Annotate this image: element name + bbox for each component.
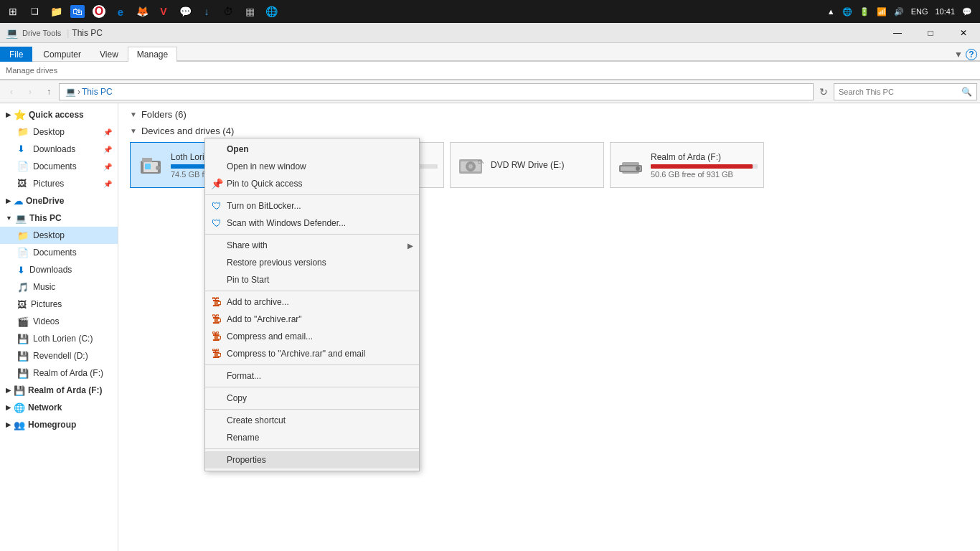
pictures-pc-icon: 🖼	[17, 299, 27, 310]
tab-manage[interactable]: Manage	[128, 47, 177, 62]
taskbar-network[interactable]: 📶	[875, 7, 889, 17]
ribbon-expand-icon[interactable]: ▼	[954, 50, 963, 60]
sidebar-item-music-pc[interactable]: 🎵 Music	[0, 278, 118, 296]
vivaldi-taskbar[interactable]: V	[154, 1, 174, 22]
path-this-pc[interactable]: This PC	[82, 87, 113, 97]
onedrive-icon: ☁	[14, 196, 23, 207]
ctx-pin-to-start[interactable]: Pin to Start	[205, 271, 419, 288]
tb-icon8[interactable]: ▦	[240, 1, 260, 22]
taskbar-notification[interactable]: 💬	[960, 7, 974, 17]
sidebar-item-documents-quick[interactable]: 📄 Documents 📌	[0, 158, 118, 175]
task-view-button[interactable]: ❑	[24, 1, 44, 22]
sidebar-item-documents-pc[interactable]: 📄 Documents	[0, 244, 118, 261]
sidebar-item-network[interactable]: ▶ 🌐 Network	[0, 399, 118, 416]
chevron-drives: ▼	[130, 127, 137, 135]
ctx-open-new-window-label: Open in new window	[227, 161, 306, 171]
window-icon: 💻	[6, 27, 18, 39]
ctx-format[interactable]: Format...	[205, 367, 419, 385]
ctx-add-archive-rar[interactable]: 🗜 Add to "Archive.rar"	[205, 311, 419, 328]
forward-button[interactable]: ›	[22, 83, 39, 100]
ctx-compress-archive-email[interactable]: 🗜 Compress to "Archive.rar" and email	[205, 345, 419, 362]
realm-arda-sub-icon: 💾	[17, 368, 29, 379]
svg-rect-1	[142, 158, 152, 162]
ctx-copy[interactable]: Copy	[205, 390, 419, 407]
up-button[interactable]: ↑	[40, 83, 57, 100]
taskbar-globe[interactable]: 🌐	[840, 7, 854, 17]
drive-dvd-rw[interactable]: DVD DVD RW Drive (E:)	[450, 142, 604, 188]
store-taskbar[interactable]: 🛍	[67, 1, 88, 22]
opera-taskbar[interactable]: O	[89, 1, 109, 22]
tab-view[interactable]: View	[90, 47, 128, 62]
ctx-open-new-window[interactable]: Open in new window	[205, 158, 419, 175]
ctx-pin-quick-access[interactable]: 📌 Pin to Quick access	[205, 175, 419, 192]
ctx-rename[interactable]: Rename	[205, 429, 419, 446]
close-button[interactable]: ✕	[947, 22, 980, 44]
ctx-bitlocker[interactable]: 🛡 Turn on BitLocker...	[205, 197, 419, 215]
ctx-windows-defender[interactable]: 🛡 Scan with Windows Defender...	[205, 215, 419, 232]
tb-icon9[interactable]: 🌐	[261, 1, 281, 22]
sidebar-item-loth-lorien[interactable]: 💾 Loth Lorien (C:)	[0, 330, 118, 347]
sidebar-item-desktop-pc[interactable]: 📁 Desktop	[0, 227, 118, 244]
sidebar-item-desktop[interactable]: 📁 Desktop 📌	[0, 123, 118, 141]
taskbar-time[interactable]: 10:41	[933, 7, 957, 16]
realm-arda-free: 50.6 GB free of 931 GB	[651, 170, 758, 179]
ctx-restore-previous[interactable]: Restore previous versions	[205, 254, 419, 271]
maximize-button[interactable]: □	[914, 22, 947, 44]
ctx-separator-2	[205, 234, 419, 235]
firefox-taskbar[interactable]: 🦊	[132, 1, 152, 22]
tab-computer[interactable]: Computer	[34, 47, 90, 62]
taskbar-arrow[interactable]: ▲	[825, 7, 837, 16]
ctx-add-archive[interactable]: 🗜 Add to archive...	[205, 293, 419, 311]
pin-icon-desktop: 📌	[103, 128, 112, 136]
drive-realm-arda[interactable]: Realm of Arda (F:) 50.6 GB free of 931 G…	[610, 142, 764, 188]
whatsapp-taskbar[interactable]: 💬	[175, 1, 195, 22]
sidebar-item-downloads-pc[interactable]: ⬇ Downloads	[0, 261, 118, 278]
ribbon-wrapper: File Computer View Manage ▼ ? Manage dri…	[0, 43, 980, 80]
search-input[interactable]	[839, 88, 958, 96]
taskbar-sound[interactable]: 🔊	[892, 7, 906, 17]
ctx-properties[interactable]: Properties	[205, 451, 419, 468]
tab-file[interactable]: File	[0, 47, 32, 62]
drives-section-header[interactable]: ▼ Devices and drives (4)	[130, 126, 969, 136]
taskbar-lang[interactable]: ENG	[909, 7, 930, 16]
ctx-compress-email[interactable]: 🗜 Compress and email...	[205, 328, 419, 345]
sidebar-item-homegroup[interactable]: ▶ 👥 Homegroup	[0, 416, 118, 433]
timing-taskbar[interactable]: ⏱	[218, 1, 238, 22]
sidebar-item-videos-pc[interactable]: 🎬 Videos	[0, 313, 118, 330]
ctx-separator-3	[205, 291, 419, 291]
ctx-open[interactable]: Open	[205, 141, 419, 158]
dvd-rw-drive-name: DVD RW Drive (E:)	[491, 160, 598, 170]
chevron-realm-outer: ▶	[6, 387, 11, 394]
svg-rect-3	[145, 164, 151, 169]
sidebar-group-onedrive[interactable]: ▶ ☁ OneDrive	[0, 192, 118, 209]
sidebar-group-quick-access[interactable]: ▶ ⭐ Quick access	[0, 106, 118, 123]
back-button[interactable]: ‹	[3, 83, 20, 100]
ctx-share-with[interactable]: Share with ▶	[205, 237, 419, 254]
addressbar: ‹ › ↑ 💻 › This PC ↻ 🔍	[0, 80, 980, 103]
file-explorer-taskbar[interactable]: 📁	[46, 1, 66, 22]
this-pc-sidebar-label: This PC	[29, 213, 62, 223]
folders-section-header[interactable]: ▼ Folders (6)	[130, 109, 969, 120]
edge-taskbar[interactable]: e	[110, 1, 131, 22]
address-path[interactable]: 💻 › This PC	[59, 83, 814, 100]
sidebar-item-realm-arda-outer[interactable]: ▶ 💾 Realm of Arda (F:)	[0, 382, 118, 399]
archive-icon-2: 🗜	[211, 314, 222, 325]
uget-taskbar[interactable]: ↓	[197, 1, 217, 22]
ctx-create-shortcut[interactable]: Create shortcut	[205, 412, 419, 429]
refresh-button[interactable]: ↻	[815, 83, 832, 100]
minimize-button[interactable]: —	[881, 22, 914, 44]
sidebar-item-realm-arda-sub[interactable]: 💾 Realm of Arda (F:)	[0, 364, 118, 382]
ribbon-help-icon[interactable]: ?	[966, 49, 977, 60]
search-icon[interactable]: 🔍	[961, 87, 972, 97]
sidebar-desktop-label: Desktop	[33, 127, 65, 137]
sidebar-group-this-pc[interactable]: ▼ 💻 This PC	[0, 209, 118, 227]
sidebar-item-pictures-pc[interactable]: 🖼 Pictures	[0, 296, 118, 313]
taskbar-battery[interactable]: 🔋	[857, 7, 872, 17]
sidebar-item-downloads-quick[interactable]: ⬇ Downloads 📌	[0, 141, 118, 158]
path-pc-icon[interactable]: 💻	[65, 87, 76, 97]
ctx-bitlocker-label: Turn on BitLocker...	[227, 201, 301, 211]
svg-text:DVD: DVD	[478, 159, 484, 164]
sidebar-item-revendell[interactable]: 💾 Revendell (D:)	[0, 347, 118, 364]
sidebar-item-pictures-quick[interactable]: 🖼 Pictures 📌	[0, 175, 118, 192]
start-button[interactable]: ⊞	[3, 1, 23, 22]
